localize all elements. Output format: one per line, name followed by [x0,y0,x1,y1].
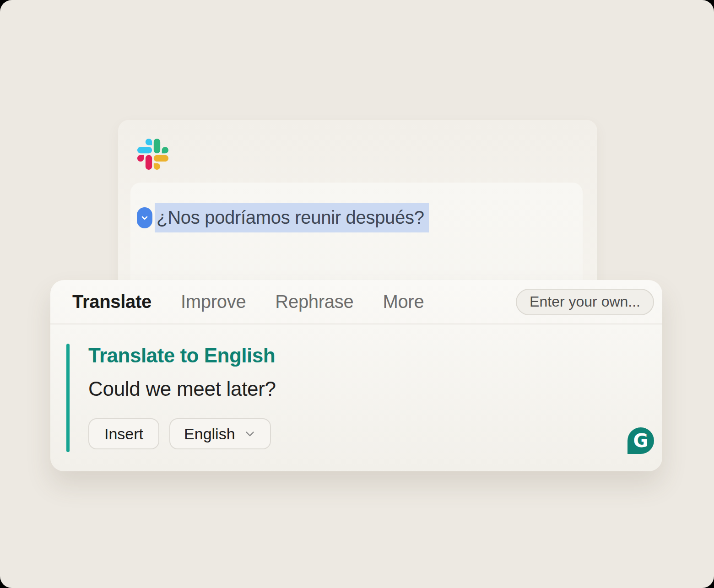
language-label: English [184,425,235,443]
insert-button[interactable]: Insert [88,418,159,449]
expand-button[interactable] [137,207,152,228]
tab-improve[interactable]: Improve [181,291,246,312]
language-selector-button[interactable]: English [169,418,271,449]
message-row: ¿Nos podríamos reunir después? [137,203,429,232]
accent-bar [66,344,70,452]
grammarly-logo: G [627,427,654,454]
enter-your-own-button[interactable]: Enter your own... [516,289,654,315]
page-background: ¿Nos podríamos reunir después? Translate… [0,0,714,588]
tab-more[interactable]: More [383,291,424,312]
result-heading: Translate to English [88,344,275,367]
chevron-down-icon [243,427,256,440]
tab-rephrase[interactable]: Rephrase [275,291,353,312]
grammarly-popup: Translate Improve Rephrase More Enter yo… [50,280,662,471]
chevron-down-icon [140,213,149,222]
tab-bar: Translate Improve Rephrase More Enter yo… [50,280,662,324]
slack-logo [137,139,168,170]
tab-translate[interactable]: Translate [72,291,151,312]
selected-message-text: ¿Nos podríamos reunir después? [155,203,429,232]
result-text: Could we meet later? [88,378,276,400]
grammarly-logo-letter: G [633,430,649,451]
actions-row: Insert English [88,418,271,449]
